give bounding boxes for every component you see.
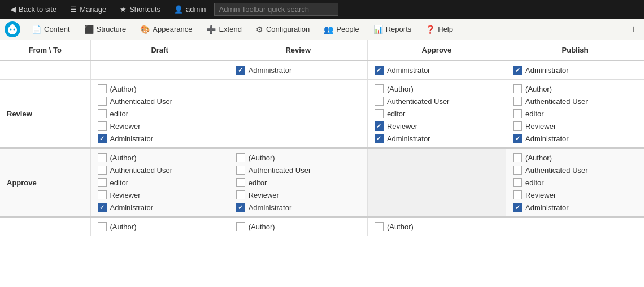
list-item: Authenticated User [236, 166, 360, 175]
back-label: Back to site [19, 5, 56, 14]
checkbox[interactable] [513, 121, 522, 131]
list-item: editor [375, 109, 499, 118]
approve-publish-cell: (Author) Authenticated User editor [506, 148, 644, 217]
nav-structure[interactable]: ⬛ Structure [77, 19, 134, 40]
checkbox[interactable] [513, 153, 522, 162]
review-admin-label: Administrator [249, 66, 292, 75]
nav-reports-label: Reports [386, 25, 412, 33]
checkbox[interactable] [98, 121, 107, 131]
nav-configuration[interactable]: ⚙ Configuration [249, 19, 317, 40]
checkbox-label: Authenticated User [525, 97, 588, 106]
checkbox[interactable] [513, 166, 522, 175]
checkbox-label: editor [110, 110, 129, 118]
shortcuts-button[interactable]: ★ Shortcuts [114, 0, 166, 19]
review-admin-checkbox[interactable] [236, 66, 245, 75]
draft-header: Draft [90, 40, 229, 60]
approve-from-label: Approve [0, 148, 90, 217]
checkbox[interactable] [513, 109, 522, 118]
checkbox[interactable] [513, 178, 522, 187]
back-to-site-button[interactable]: ◀ Back to site [5, 0, 62, 19]
checkbox-label: Authenticated User [387, 97, 450, 106]
checkbox[interactable] [375, 121, 384, 131]
list-item: Administrator [98, 203, 222, 212]
checkbox-label: Reviewer [525, 122, 556, 131]
list-item: (Author) [98, 84, 222, 93]
shortcuts-label: Shortcuts [129, 5, 160, 14]
checkbox-label: Administrator [110, 203, 154, 212]
admin-user-button[interactable]: 👤 admin [168, 0, 211, 19]
list-item: Administrator [513, 203, 637, 212]
list-item: Reviewer [513, 190, 637, 199]
review-approve-cell: (Author) Authenticated User editor [367, 80, 506, 149]
checkbox[interactable] [513, 84, 522, 93]
list-item: Reviewer [375, 121, 499, 131]
list-item: Reviewer [98, 190, 222, 199]
list-item: Administrator [236, 203, 360, 212]
list-item: (Author) [375, 84, 499, 93]
publish-admin-checkbox[interactable] [513, 66, 522, 75]
nav-extend[interactable]: ➕ Extend [199, 19, 249, 40]
approve-admin-checkbox[interactable] [375, 66, 384, 75]
checkbox[interactable] [236, 153, 245, 162]
checkbox[interactable] [375, 84, 384, 93]
checkbox[interactable] [98, 153, 107, 162]
nav-help[interactable]: ❓ Help [419, 19, 460, 40]
checkbox-label: (Author) [387, 223, 414, 231]
header-admin-row: Administrator Administrator Administrato… [0, 60, 644, 80]
checkbox[interactable] [375, 109, 384, 118]
checkbox-label: (Author) [110, 154, 137, 162]
publish-approve-cell: (Author) [367, 217, 506, 236]
checkbox[interactable] [375, 222, 384, 231]
approve-row: Approve (Author) Authenticated User [0, 148, 644, 217]
checkbox[interactable] [236, 203, 245, 212]
checkbox[interactable] [513, 134, 522, 143]
review-review-cell [229, 80, 367, 149]
list-item: Authenticated User [513, 97, 637, 106]
checkbox[interactable] [98, 134, 107, 143]
main-nav: 📄 Content ⬛ Structure 🎨 Appearance ➕ Ext… [0, 19, 644, 40]
publish-draft-cell: (Author) [90, 217, 229, 236]
checkbox[interactable] [98, 84, 107, 93]
checkbox[interactable] [236, 222, 245, 231]
checkbox[interactable] [513, 203, 522, 212]
checkbox[interactable] [236, 166, 245, 175]
checkbox[interactable] [375, 97, 384, 106]
drupal-logo [2, 19, 23, 40]
list-item: (Author) [513, 153, 637, 162]
admin-label: admin [186, 5, 206, 14]
checkbox[interactable] [98, 222, 107, 231]
checkbox[interactable] [98, 178, 107, 187]
checkbox-label: editor [525, 110, 544, 118]
checkbox[interactable] [98, 166, 107, 175]
checkbox-label: Reviewer [110, 122, 141, 131]
nav-appearance[interactable]: 🎨 Appearance [133, 19, 199, 40]
checkbox[interactable] [375, 134, 384, 143]
publish-header: Publish [506, 40, 644, 60]
manage-button[interactable]: ☰ Manage [64, 0, 112, 19]
checkbox[interactable] [98, 203, 107, 212]
publish-review-cell: (Author) [229, 217, 367, 236]
checkbox[interactable] [513, 97, 522, 106]
list-item: (Author) [236, 222, 360, 231]
checkbox[interactable] [236, 178, 245, 187]
checkbox[interactable] [98, 109, 107, 118]
list-item: Administrator [513, 134, 637, 143]
checkbox[interactable] [98, 97, 107, 106]
approve-review-cell: (Author) Authenticated User editor [229, 148, 367, 217]
checkbox[interactable] [236, 190, 245, 199]
checkbox[interactable] [513, 190, 522, 199]
checkbox-label: (Author) [387, 85, 414, 93]
nav-people[interactable]: 👥 People [317, 19, 366, 40]
list-item: (Author) [236, 153, 360, 162]
admin-search-input[interactable] [214, 3, 338, 16]
reports-icon: 📊 [373, 25, 383, 34]
checkbox[interactable] [98, 190, 107, 199]
list-item: Authenticated User [98, 97, 222, 106]
workflow-table: From \ To Draft Review Approve Publish [0, 40, 644, 236]
approve-admin-label: Administrator [387, 66, 430, 75]
list-item: (Author) [513, 84, 637, 93]
nav-content[interactable]: 📄 Content [25, 19, 77, 40]
nav-collapse-button[interactable]: ⊣ [621, 19, 642, 40]
nav-reports[interactable]: 📊 Reports [367, 19, 419, 40]
extend-icon: ➕ [206, 25, 216, 34]
